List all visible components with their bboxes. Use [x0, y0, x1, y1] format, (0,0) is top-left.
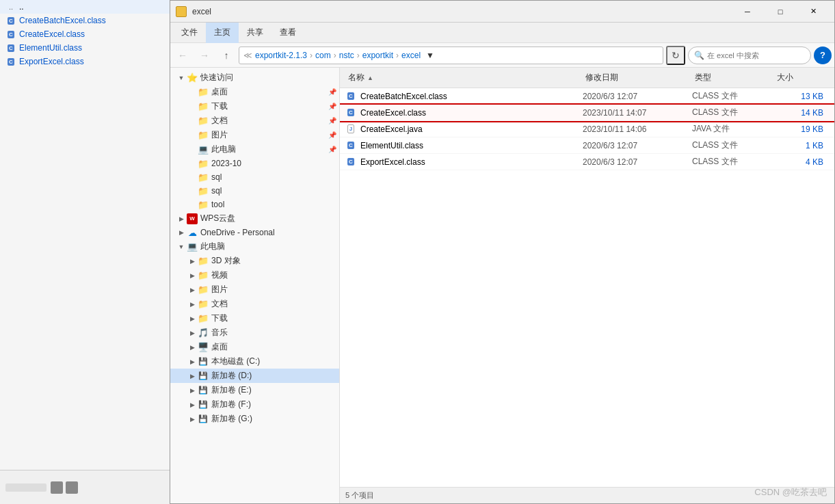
tree-desktop[interactable]: 📁 桌面 📌 [170, 85, 339, 99]
tree-sql-1[interactable]: 📁 sql [170, 170, 339, 184]
col-name[interactable]: 名称 ▲ [345, 70, 583, 85]
file-row-0[interactable]: C CreateBatchExcel.class 2020/6/3 12:07 … [340, 88, 834, 105]
tree-pic[interactable]: ▶ 📁 图片 [170, 282, 339, 297]
expand-icon-quickaccess[interactable]: ▼ [176, 72, 187, 83]
tree-thispc-qa[interactable]: 💻 此电脑 📌 [170, 142, 339, 157]
file-name-2: CreateExcel.java [360, 124, 423, 134]
tree-thispc[interactable]: ▼ 💻 此电脑 [170, 239, 339, 254]
expand-icon-downloads [187, 101, 198, 112]
tree-downloads[interactable]: 📁 下载 📌 [170, 99, 339, 114]
driveD-label: 新加卷 (D:) [211, 370, 252, 382]
driveG-label: 新加卷 (G:) [211, 413, 252, 425]
left-file-createexcel[interactable]: C CreateExcel.class [0, 27, 176, 41]
expand-icon-pic[interactable]: ▶ [187, 284, 198, 295]
nav-tree: ▼ ⭐ 快速访问 📁 桌面 📌 📁 下载 📌 📁 文档 📌 [170, 68, 340, 503]
expand-icon-wps[interactable]: ▶ [176, 213, 187, 224]
expand-icon-pictures [187, 130, 198, 141]
file-row-3[interactable]: C ElementUtil.class 2020/6/3 12:07 CLASS… [340, 137, 834, 154]
tree-driveD[interactable]: ▶ 💾 新加卷 (D:) [170, 369, 339, 383]
expand-icon-3d[interactable]: ▶ [187, 256, 198, 267]
tree-desk[interactable]: ▶ 🖥️ 桌面 [170, 340, 339, 354]
refresh-button[interactable]: ↻ [666, 46, 685, 65]
expand-icon-video[interactable]: ▶ [187, 270, 198, 281]
tree-driveE[interactable]: ▶ 💾 新加卷 (E:) [170, 383, 339, 397]
col-size[interactable]: 大小 [774, 70, 829, 85]
expand-icon-driveF[interactable]: ▶ [187, 399, 198, 410]
pictures-label: 图片 [211, 129, 228, 141]
tree-documents[interactable]: 📁 文档 📌 [170, 114, 339, 128]
close-button[interactable]: ✕ [797, 1, 829, 23]
up-button[interactable]: ↑ [217, 46, 236, 65]
tree-dl[interactable]: ▶ 📁 下载 [170, 311, 339, 326]
col-type[interactable]: 类型 [692, 70, 774, 85]
forward-button[interactable]: → [195, 46, 214, 65]
expand-icon-doc[interactable]: ▶ [187, 299, 198, 310]
expand-icon-driveE[interactable]: ▶ [187, 385, 198, 396]
file-row-1[interactable]: C CreateExcel.class 2023/10/11 14:07 CLA… [340, 105, 834, 121]
driveE-icon: 💾 [198, 385, 209, 396]
tree-2023-10[interactable]: 📁 2023-10 [170, 157, 339, 170]
tree-driveG[interactable]: ▶ 💾 新加卷 (G:) [170, 412, 339, 426]
expand-icon-2023 [187, 158, 198, 169]
pin-thispc: 📌 [328, 146, 336, 153]
expand-icon-driveD[interactable]: ▶ [187, 371, 198, 382]
left-file-exportexcel[interactable]: C ExportExcel.class [0, 55, 176, 68]
dropdown-arrow[interactable]: ▼ [426, 51, 434, 60]
file-date-3: 2020/6/3 12:07 [583, 141, 692, 150]
tree-music[interactable]: ▶ 🎵 音乐 [170, 326, 339, 340]
dl-folder-icon: 📁 [198, 313, 209, 324]
menu-share[interactable]: 共享 [239, 23, 271, 43]
doc-folder-icon: 📁 [198, 299, 209, 310]
window-title: excel [192, 7, 211, 16]
expand-icon-thispc[interactable]: ▼ [176, 241, 187, 252]
expand-icon-music[interactable]: ▶ [187, 328, 198, 339]
documents-folder-icon: 📁 [198, 116, 209, 127]
expand-icon-dl[interactable]: ▶ [187, 313, 198, 324]
doc-label: 文档 [211, 298, 228, 310]
minimize-button[interactable]: ─ [732, 1, 763, 23]
menu-view[interactable]: 查看 [271, 23, 304, 43]
menu-file[interactable]: 文件 [173, 23, 206, 43]
search-input[interactable] [707, 51, 805, 59]
file-row-4[interactable]: C ExportExcel.class 2020/6/3 12:07 CLASS… [340, 154, 834, 170]
expand-icon-driveC[interactable]: ▶ [187, 356, 198, 367]
search-icon: 🔍 [694, 51, 704, 60]
tree-doc[interactable]: ▶ 📁 文档 [170, 297, 339, 311]
menu-home[interactable]: 主页 [206, 23, 239, 43]
file-name-cell-1: C CreateExcel.class [345, 107, 583, 118]
breadcrumb-4[interactable]: excel [401, 51, 421, 60]
tree-tool[interactable]: 📁 tool [170, 198, 339, 211]
tree-video[interactable]: ▶ 📁 视频 [170, 268, 339, 282]
file-name-4: ExportExcel.class [360, 157, 425, 167]
tree-onedrive[interactable]: ▶ ☁ OneDrive - Personal [170, 226, 339, 239]
expand-icon-onedrive[interactable]: ▶ [176, 227, 187, 238]
tree-driveF[interactable]: ▶ 💾 新加卷 (F:) [170, 397, 339, 412]
expand-icon-driveG[interactable]: ▶ [187, 414, 198, 425]
breadcrumb-2[interactable]: nstc [339, 51, 354, 60]
file-date-4: 2020/6/3 12:07 [583, 157, 692, 167]
help-button[interactable]: ? [814, 47, 832, 64]
quickaccess-label: 快速访问 [200, 72, 233, 83]
tree-pictures[interactable]: 📁 图片 📌 [170, 128, 339, 142]
expand-icon-desk[interactable]: ▶ [187, 342, 198, 353]
desktop-label: 桌面 [211, 86, 228, 98]
tree-sql-2[interactable]: 📁 sql [170, 184, 339, 198]
back-button[interactable]: ← [173, 46, 192, 65]
breadcrumb-3[interactable]: exportkit [362, 51, 393, 60]
left-file-createbatch[interactable]: C CreateBatchExcel.class [0, 14, 176, 27]
tree-driveC[interactable]: ▶ 💾 本地磁盘 (C:) [170, 354, 339, 369]
tree-3d[interactable]: ▶ 📁 3D 对象 [170, 254, 339, 268]
file-row-2[interactable]: J CreateExcel.java 2023/10/11 14:06 JAVA… [340, 121, 834, 137]
music-folder-icon: 🎵 [198, 328, 209, 339]
tree-quick-access[interactable]: ▼ ⭐ 快速访问 [170, 70, 339, 85]
left-file-dotdot[interactable]: .. .. [0, 0, 176, 14]
bottom-icon-2 [66, 481, 78, 494]
thispc-qa-label: 此电脑 [211, 144, 236, 155]
col-date[interactable]: 修改日期 [583, 70, 692, 85]
breadcrumb-0[interactable]: exportkit-2.1.3 [255, 51, 307, 60]
maximize-button[interactable]: □ [765, 1, 796, 23]
pin-desktop: 📌 [328, 88, 336, 96]
breadcrumb-1[interactable]: com [315, 51, 331, 60]
left-file-elementutil[interactable]: C ElementUtil.class [0, 41, 176, 55]
tree-wps[interactable]: ▶ W WPS云盘 [170, 211, 339, 226]
